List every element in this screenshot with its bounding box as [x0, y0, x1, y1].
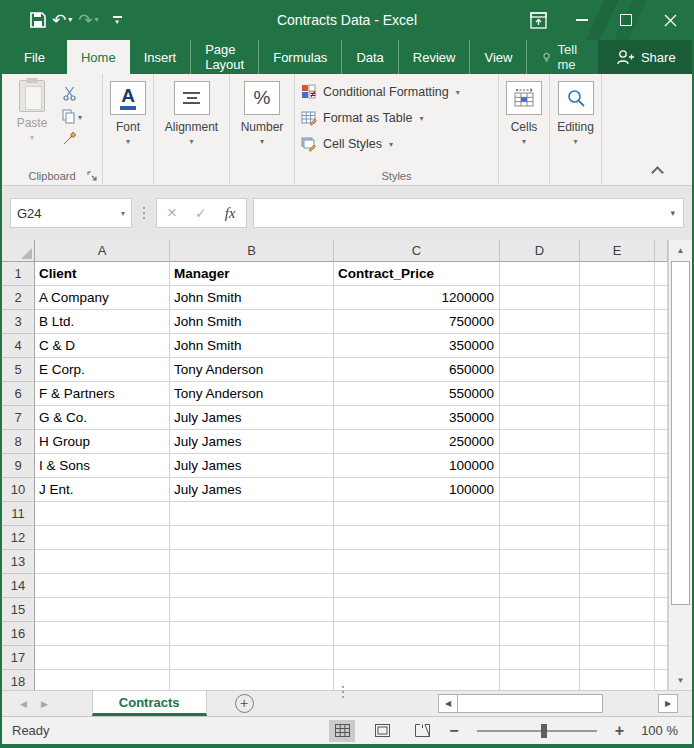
cell-B2[interactable]: John Smith	[170, 286, 334, 310]
cell-E15[interactable]	[580, 598, 655, 622]
cell-B5[interactable]: Tony Anderson	[170, 358, 334, 382]
row-header-14[interactable]: 14	[2, 574, 35, 598]
cell-D7[interactable]	[500, 406, 580, 430]
cell-C11[interactable]	[334, 502, 500, 526]
cell-C12[interactable]	[334, 526, 500, 550]
vertical-scrollbar-thumb[interactable]	[671, 261, 690, 605]
format-painter-button[interactable]	[62, 130, 82, 148]
horizontal-scrollbar[interactable]: ◀ ▶	[438, 691, 678, 716]
row-header-17[interactable]: 17	[2, 646, 35, 670]
minimize-button[interactable]	[560, 0, 604, 40]
cell-A18[interactable]	[35, 670, 170, 690]
cell-E16[interactable]	[580, 622, 655, 646]
cell-A15[interactable]	[35, 598, 170, 622]
vertical-scrollbar[interactable]: ▲ ▼	[668, 240, 692, 690]
cell-E1[interactable]	[580, 262, 655, 286]
next-sheet-button[interactable]: ▶	[41, 699, 48, 709]
cell-B11[interactable]	[170, 502, 334, 526]
page-break-preview-button[interactable]	[409, 720, 435, 742]
cell-A9[interactable]: I & Sons	[35, 454, 170, 478]
cell-B18[interactable]	[170, 670, 334, 690]
cell-E14[interactable]	[580, 574, 655, 598]
cell-B10[interactable]: July James	[170, 478, 334, 502]
tab-formulas[interactable]: Formulas	[258, 40, 341, 74]
row-header-1[interactable]: 1	[2, 262, 35, 286]
cell-D12[interactable]	[500, 526, 580, 550]
horizontal-scrollbar-track[interactable]	[603, 694, 658, 713]
cell-E9[interactable]	[580, 454, 655, 478]
tabbar-resizer[interactable]	[342, 691, 344, 693]
alignment-group-button[interactable]: Alignment ▾	[154, 74, 230, 185]
row-header-12[interactable]: 12	[2, 526, 35, 550]
cell-C1[interactable]: Contract_Price	[334, 262, 500, 286]
cell-B13[interactable]	[170, 550, 334, 574]
cell-C3[interactable]: 750000	[334, 310, 500, 334]
row-header-10[interactable]: 10	[2, 478, 35, 502]
column-header-E[interactable]: E	[580, 240, 655, 262]
undo-caret-icon[interactable]: ▾	[68, 16, 72, 24]
tab-data[interactable]: Data	[341, 40, 397, 74]
cell-D14[interactable]	[500, 574, 580, 598]
cell-E11[interactable]	[580, 502, 655, 526]
cell-E2[interactable]	[580, 286, 655, 310]
close-button[interactable]	[648, 0, 692, 40]
row-header-16[interactable]: 16	[2, 622, 35, 646]
cell-B7[interactable]: July James	[170, 406, 334, 430]
zoom-in-button[interactable]: +	[615, 722, 624, 740]
zoom-slider-track[interactable]	[477, 730, 597, 732]
cell-B14[interactable]	[170, 574, 334, 598]
conditional-formatting-button[interactable]: Conditional Formatting ▾	[301, 82, 498, 102]
cell-D17[interactable]	[500, 646, 580, 670]
cell-E5[interactable]	[580, 358, 655, 382]
formula-input[interactable]: ▾	[253, 198, 685, 228]
cell-A2[interactable]: A Company	[35, 286, 170, 310]
customize-qat-button[interactable]: ▾	[113, 16, 122, 24]
column-header-B[interactable]: B	[170, 240, 334, 262]
insert-function-button[interactable]: fx	[225, 205, 236, 222]
tab-home[interactable]: Home	[67, 40, 130, 74]
cell-A11[interactable]	[35, 502, 170, 526]
cells-group-button[interactable]: Cells ▾	[499, 74, 550, 185]
row-header-13[interactable]: 13	[2, 550, 35, 574]
cell-A17[interactable]	[35, 646, 170, 670]
cell-D5[interactable]	[500, 358, 580, 382]
cell-B15[interactable]	[170, 598, 334, 622]
font-group-button[interactable]: A Font ▾	[103, 74, 154, 185]
cell-B6[interactable]: Tony Anderson	[170, 382, 334, 406]
tab-file[interactable]: File	[2, 40, 67, 74]
name-box[interactable]: G24 ▾	[10, 198, 132, 228]
cell-C4[interactable]: 350000	[334, 334, 500, 358]
scroll-up-button[interactable]: ▲	[669, 240, 692, 260]
cell-B12[interactable]	[170, 526, 334, 550]
tell-me-box[interactable]: Tell me	[526, 40, 598, 74]
column-header-C[interactable]: C	[334, 240, 500, 262]
cell-C5[interactable]: 650000	[334, 358, 500, 382]
row-header-8[interactable]: 8	[2, 430, 35, 454]
cell-C14[interactable]	[334, 574, 500, 598]
cell-D11[interactable]	[500, 502, 580, 526]
cell-C10[interactable]: 100000	[334, 478, 500, 502]
cell-C8[interactable]: 250000	[334, 430, 500, 454]
cell-B1[interactable]: Manager	[170, 262, 334, 286]
cell-E6[interactable]	[580, 382, 655, 406]
cell-D6[interactable]	[500, 382, 580, 406]
cell-E8[interactable]	[580, 430, 655, 454]
cell-C18[interactable]	[334, 670, 500, 690]
zoom-out-button[interactable]: −	[449, 722, 458, 740]
scroll-left-button[interactable]: ◀	[438, 694, 458, 713]
cell-A5[interactable]: E Corp.	[35, 358, 170, 382]
row-header-5[interactable]: 5	[2, 358, 35, 382]
cell-B9[interactable]: July James	[170, 454, 334, 478]
share-button[interactable]: Share	[598, 40, 694, 74]
tab-page-layout[interactable]: Page Layout	[190, 40, 258, 74]
cell-C7[interactable]: 350000	[334, 406, 500, 430]
row-header-2[interactable]: 2	[2, 286, 35, 310]
cell-C13[interactable]	[334, 550, 500, 574]
cell-D13[interactable]	[500, 550, 580, 574]
cell-B16[interactable]	[170, 622, 334, 646]
undo-button[interactable]: ↶ ▾	[52, 12, 72, 29]
ribbon-display-options-button[interactable]	[516, 0, 560, 40]
new-sheet-button[interactable]: +	[235, 694, 254, 713]
scroll-down-button[interactable]: ▼	[669, 670, 692, 690]
vertical-scrollbar-track[interactable]	[669, 606, 692, 670]
